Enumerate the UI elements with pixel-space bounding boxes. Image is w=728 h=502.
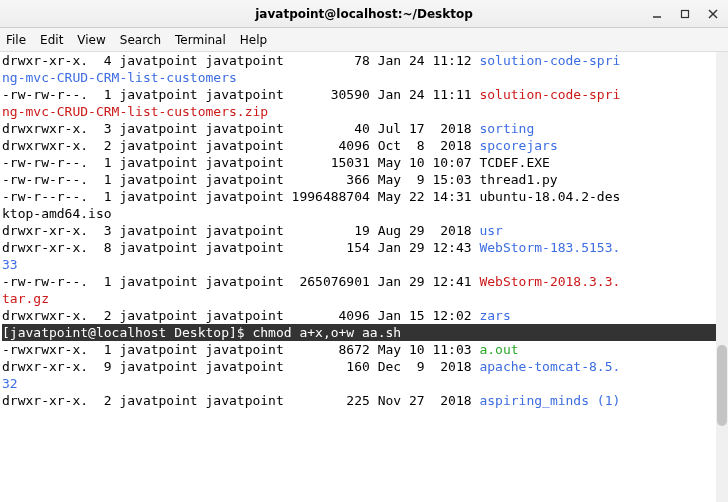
ls-line: -rw-r--r--. 1 javatpoint javatpoint 1996…	[2, 189, 620, 204]
dir-name: aspiring_minds (1)	[479, 393, 620, 408]
file-meta: -rw-rw-r--. 1 javatpoint javatpoint 2650…	[2, 274, 479, 289]
file-meta: drwxr-xr-x. 2 javatpoint javatpoint 225 …	[2, 393, 479, 408]
maximize-icon	[680, 9, 690, 19]
ls-line: drwxr-xr-x. 3 javatpoint javatpoint 19 A…	[2, 223, 503, 238]
svg-rect-1	[682, 10, 689, 17]
chmod-command: [javatpoint@localhost Desktop]$ chmod a+…	[2, 325, 401, 340]
ls-line: drwxr-xr-x. 4 javatpoint javatpoint 78 J…	[2, 53, 620, 68]
menu-edit[interactable]: Edit	[40, 33, 63, 47]
file-meta: drwxr-xr-x. 9 javatpoint javatpoint 160 …	[2, 359, 479, 374]
maximize-button[interactable]	[676, 5, 694, 23]
ls-line: drwxrwxr-x. 3 javatpoint javatpoint 40 J…	[2, 121, 534, 136]
ls-line: -rwxrwxr-x. 1 javatpoint javatpoint 8672…	[2, 342, 519, 357]
exec-name: a.out	[479, 342, 518, 357]
ls-line: drwxr-xr-x. 2 javatpoint javatpoint 225 …	[2, 393, 620, 408]
dir-name: WebStorm-183.5153.	[479, 240, 620, 255]
ls-line: -rw-rw-r--. 1 javatpoint javatpoint 3059…	[2, 87, 620, 102]
dir-name-wrap: 33	[2, 257, 18, 272]
archive-name-wrap: tar.gz	[2, 291, 49, 306]
archive-name: WebStorm-2018.3.3.	[479, 274, 620, 289]
scrollbar[interactable]	[716, 52, 728, 502]
close-icon	[708, 9, 718, 19]
archive-name: solution-code-spri	[479, 87, 620, 102]
ls-line: -rw-rw-r--. 1 javatpoint javatpoint 2650…	[2, 274, 620, 289]
dir-name-wrap: ng-mvc-CRUD-CRM-list-customers	[2, 70, 237, 85]
menu-terminal[interactable]: Terminal	[175, 33, 226, 47]
menu-view[interactable]: View	[77, 33, 105, 47]
file-meta: drwxr-xr-x. 3 javatpoint javatpoint 19 A…	[2, 223, 479, 238]
dir-name: solution-code-spri	[479, 53, 620, 68]
minimize-icon	[652, 9, 662, 19]
archive-name-wrap: ng-mvc-CRUD-CRM-list-customers.zip	[2, 104, 268, 119]
scrollbar-thumb[interactable]	[717, 345, 727, 426]
file-meta: drwxrwxr-x. 2 javatpoint javatpoint 4096…	[2, 138, 479, 153]
file-meta: drwxr-xr-x. 4 javatpoint javatpoint 78 J…	[2, 53, 479, 68]
dir-name: apache-tomcat-8.5.	[479, 359, 620, 374]
dir-name: sorting	[479, 121, 534, 136]
dir-name-wrap: 32	[2, 376, 18, 391]
window-controls	[648, 5, 722, 23]
dir-name: zars	[479, 308, 510, 323]
command-line: [javatpoint@localhost Desktop]$ chmod a+…	[2, 324, 728, 341]
ls-line: drwxr-xr-x. 9 javatpoint javatpoint 160 …	[2, 359, 620, 374]
window-title: javatpoint@localhost:~/Desktop	[255, 7, 472, 21]
file-meta: drwxrwxr-x. 2 javatpoint javatpoint 4096…	[2, 308, 479, 323]
ls-line: drwxrwxr-x. 2 javatpoint javatpoint 4096…	[2, 308, 511, 323]
file-meta: drwxrwxr-x. 3 javatpoint javatpoint 40 J…	[2, 121, 479, 136]
menu-bar: File Edit View Search Terminal Help	[0, 28, 728, 52]
ls-line: drwxr-xr-x. 8 javatpoint javatpoint 154 …	[2, 240, 620, 255]
dir-name: usr	[479, 223, 502, 238]
ls-line: -rw-rw-r--. 1 javatpoint javatpoint 366 …	[2, 172, 558, 187]
file-meta: -rw-rw-r--. 1 javatpoint javatpoint 3059…	[2, 87, 479, 102]
terminal-output[interactable]: drwxr-xr-x. 4 javatpoint javatpoint 78 J…	[0, 52, 728, 502]
window-titlebar: javatpoint@localhost:~/Desktop	[0, 0, 728, 28]
ls-line: -rw-rw-r--. 1 javatpoint javatpoint 1503…	[2, 155, 550, 170]
dir-name: spcorejars	[479, 138, 557, 153]
file-meta: drwxr-xr-x. 8 javatpoint javatpoint 154 …	[2, 240, 479, 255]
ls-line: drwxrwxr-x. 2 javatpoint javatpoint 4096…	[2, 138, 558, 153]
menu-help[interactable]: Help	[240, 33, 267, 47]
menu-file[interactable]: File	[6, 33, 26, 47]
file-meta: -rwxrwxr-x. 1 javatpoint javatpoint 8672…	[2, 342, 479, 357]
ls-line-wrap: ktop-amd64.iso	[2, 206, 112, 221]
minimize-button[interactable]	[648, 5, 666, 23]
menu-search[interactable]: Search	[120, 33, 161, 47]
close-button[interactable]	[704, 5, 722, 23]
